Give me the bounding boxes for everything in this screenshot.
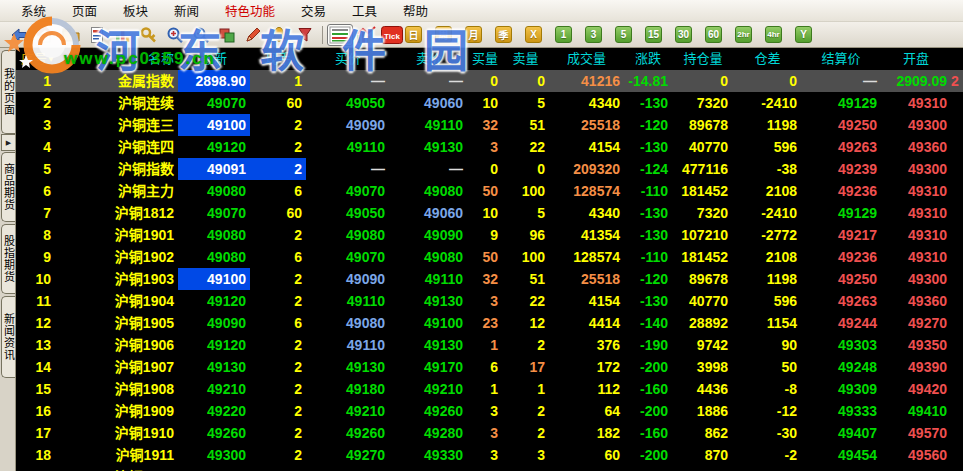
quote-row-8[interactable]: 8沪铜1901490802490804909099641354-13010721… [16, 224, 963, 246]
cell-ask: — [390, 70, 468, 92]
back-icon[interactable] [6, 24, 32, 46]
cell-volume: 41354 [549, 224, 624, 246]
quote-row-4[interactable]: 4沪铜连四49120249110491303224154-13040770596… [16, 136, 963, 158]
quote-row-6[interactable]: 6沪铜主力490806490704908050100128574-1101814… [16, 180, 963, 202]
quote-row-7[interactable]: 7沪铜1812490706049050490601054340-1307320-… [16, 202, 963, 224]
menu-item-4[interactable]: 新闻 [161, 0, 212, 22]
quote-row-15[interactable]: 15沪铜1908492102491804921011112-1604436-84… [16, 378, 963, 400]
column-header-settle[interactable]: 结算价 [801, 48, 881, 71]
cell-bid_vol: 0 [468, 70, 502, 92]
column-header-open[interactable]: 开盘 [881, 48, 951, 71]
folder-icon[interactable] [58, 24, 84, 46]
quote-row-16[interactable]: 16沪铜190949220249210492603264-2001886-124… [16, 400, 963, 422]
pencil-icon[interactable] [240, 24, 266, 46]
cell-oi_change: 1198 [734, 114, 801, 136]
column-header-change[interactable]: 涨跌 [624, 48, 672, 71]
quote-row-2[interactable]: 2沪铜连续490706049050490601054340-1307320-24… [16, 92, 963, 114]
cell-ask: 49080 [390, 180, 468, 202]
cell-last: 49120 [178, 290, 250, 312]
cell-name: 沪铜1908 [60, 378, 178, 400]
column-header-bid_vol[interactable]: 买量 [468, 48, 502, 71]
period-button-60[interactable]: 60 [705, 26, 722, 43]
chart-icon[interactable] [110, 24, 136, 46]
home-icon[interactable] [32, 24, 58, 46]
column-header-bid[interactable]: 买价 [306, 48, 390, 71]
quote-row-14[interactable]: 14沪铜19074913024913049170617172-200399850… [16, 356, 963, 378]
menu-item-7[interactable]: 工具 [339, 0, 390, 22]
sidebar-tab-4[interactable]: 新闻资讯 [1, 296, 15, 378]
menu-item-8[interactable]: 帮助 [390, 0, 441, 22]
period-button-5[interactable]: 5 [615, 26, 632, 43]
zoom-out-icon[interactable] [188, 24, 214, 46]
menu-item-3[interactable]: 板块 [110, 0, 161, 22]
period-button-30[interactable]: 30 [675, 26, 692, 43]
quote-row-18[interactable]: 18沪铜191149300249270493303360-200870-2494… [16, 444, 963, 466]
period-button-Y[interactable]: Y [795, 26, 812, 43]
sidebar-tab-3[interactable]: 股指期货 [1, 224, 15, 294]
sort-desc-icon: ▼ [47, 55, 55, 64]
column-header-ask[interactable]: 卖价 [390, 48, 468, 71]
blocks-icon[interactable] [214, 24, 240, 46]
menu-item-1[interactable]: 系统 [8, 0, 59, 22]
period-button-日[interactable]: 日 [405, 26, 422, 43]
period-button-周[interactable]: 周 [435, 26, 452, 43]
quote-row-13[interactable]: 13沪铜1906491202491104913012376-1909742904… [16, 334, 963, 356]
cell-cur_vol: 2 [250, 356, 306, 378]
cell-bid_vol: 9 [468, 224, 502, 246]
cell-seq: 3 [16, 114, 60, 136]
period-button-1[interactable]: 1 [555, 26, 572, 43]
cell-open_int: 89678 [672, 114, 734, 136]
period-button-季[interactable]: 季 [495, 26, 512, 43]
cell-open_int: 7320 [672, 202, 734, 224]
quote-row-12[interactable]: 12沪铜1905490906490804910023124414-1402889… [16, 312, 963, 334]
key-icon[interactable] [136, 24, 162, 46]
sidebar-tab-2[interactable]: 商品期货 [1, 152, 15, 222]
column-header-seq[interactable]: 序号▼ [16, 48, 60, 71]
column-header-name[interactable]: 名称 [60, 48, 178, 71]
trend-chart-icon[interactable] [353, 24, 379, 46]
quote-row-3[interactable]: 3沪铜连三4910024909049110325125518-120896781… [16, 114, 963, 136]
cell-name: 沪铜连三 [60, 114, 178, 136]
column-header-volume[interactable]: 成交量 [549, 48, 624, 71]
column-header-open_int[interactable]: 持仓量 [672, 48, 734, 71]
period-button-15[interactable]: 15 [645, 26, 662, 43]
column-header-ask_vol[interactable]: 卖量 [502, 48, 549, 71]
cell-volume: 4414 [549, 312, 624, 334]
bell-icon[interactable] [266, 24, 292, 46]
report-icon[interactable] [84, 24, 110, 46]
cell-cur_vol: 2 [250, 422, 306, 444]
quote-row-5[interactable]: 5沪铜指数490912——00209320-124477116-38492394… [16, 158, 963, 180]
column-header-oi_change[interactable]: 仓差 [734, 48, 801, 71]
cell-volume: 60 [549, 444, 624, 466]
period-button-4hr[interactable]: 4hr [765, 26, 782, 43]
cell-change: -130 [624, 290, 672, 312]
column-header-cur_vol[interactable]: 现手 [250, 48, 306, 71]
quote-row-10[interactable]: 10沪铜19034910024909049110325125518-120896… [16, 268, 963, 290]
sidebar-pager-arrow[interactable]: ▶ [1, 134, 15, 151]
zoom-in-icon[interactable] [162, 24, 188, 46]
cell-cur_vol: 6 [250, 246, 306, 268]
period-button-月[interactable]: 月 [465, 26, 482, 43]
quote-row-9[interactable]: 9沪铜1902490806490704908050100128574-11018… [16, 246, 963, 268]
tick-chart-icon[interactable]: Tick [379, 24, 405, 46]
period-button-2hr[interactable]: 2hr [735, 26, 752, 43]
quote-row-11[interactable]: 11沪铜190449120249110491303224154-13040770… [16, 290, 963, 312]
cell-last: 49220 [178, 400, 250, 422]
period-button-X[interactable]: X [525, 26, 542, 43]
column-header-last[interactable]: 最新 [178, 48, 250, 71]
cell-next_partial [951, 334, 963, 356]
cell-open: 49420 [881, 378, 951, 400]
period-button-3[interactable]: 3 [585, 26, 602, 43]
quote-row-17[interactable]: 17沪铜1910492602492604928032182-160862-304… [16, 422, 963, 444]
menu-item-6[interactable]: 交易 [288, 0, 339, 22]
quote-row-19[interactable]: 19沪铜1912 [16, 466, 963, 471]
quote-row-1[interactable]: 1金属指数2898.901——0041216-14.8100—2909.092 [16, 70, 963, 92]
cell-name: 沪铜1909 [60, 400, 178, 422]
quote-grid-icon[interactable] [327, 24, 353, 46]
menu-item-5[interactable]: 特色功能 [212, 0, 288, 22]
menu-item-2[interactable]: 页面 [59, 0, 110, 22]
column-header-next_partial[interactable] [951, 48, 963, 71]
funnel-icon[interactable] [292, 24, 318, 46]
sidebar-tab-1[interactable]: 我的页面 [1, 50, 15, 134]
cell-seq: 1 [16, 70, 60, 92]
